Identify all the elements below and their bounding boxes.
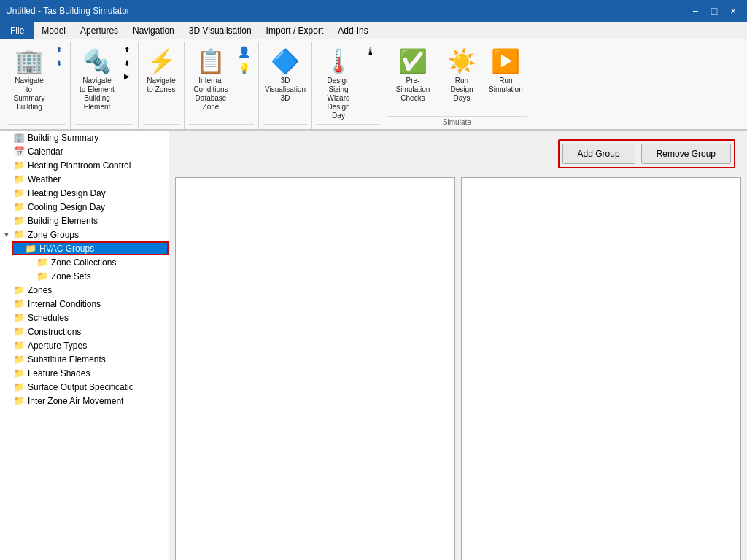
menu-import-export[interactable]: Import / Export bbox=[259, 22, 331, 39]
folder-icon-sch: 📁 bbox=[13, 312, 25, 323]
maximize-button[interactable]: □ bbox=[706, 4, 722, 18]
sidebar-item-schedules[interactable]: 📁 Schedules bbox=[0, 311, 169, 324]
navigate-summary-button[interactable]: 🏢 Navigate toSummaryBuilding bbox=[7, 44, 51, 114]
sidebar-item-building-elements[interactable]: 📁 Building Elements bbox=[0, 214, 169, 228]
navigate-element-icon: 🔩 bbox=[82, 47, 112, 75]
sidebar-label-building-elements: Building Elements bbox=[28, 216, 98, 226]
content-top: Add Group Remove Group bbox=[175, 136, 741, 171]
expand-btn-zs bbox=[26, 272, 35, 280]
sidebar-item-inter-zone-air[interactable]: 📁 Inter Zone Air Movement bbox=[0, 394, 169, 408]
sidebar-item-building-summary[interactable]: 🏢 Building Summary bbox=[0, 131, 169, 144]
internal-cond-button[interactable]: 📋 Internal ConditionsDatabaseZone bbox=[189, 44, 233, 114]
ribbon: 🏢 Navigate toSummaryBuilding ⬆ ⬇ 🔩 Navig… bbox=[0, 39, 747, 131]
sidebar-item-constructions[interactable]: 📁 Constructions bbox=[0, 324, 169, 338]
menu-navigation[interactable]: Navigation bbox=[125, 22, 182, 39]
sidebar-label-zone-collections: Zone Collections bbox=[51, 257, 116, 268]
run-days-icon: ☀️ bbox=[447, 47, 476, 75]
menu-3d-visualisation[interactable]: 3D Visualisation bbox=[182, 22, 259, 39]
sidebar-item-calendar[interactable]: 📅 Calendar bbox=[0, 144, 169, 158]
sidebar-item-heating-plantroom[interactable]: 📁 Heating Plantroom Control bbox=[0, 158, 169, 172]
up2-icon: ⬆ bbox=[124, 46, 130, 54]
sidebar-item-heating-design-day[interactable]: 📁 Heating Design Day bbox=[0, 186, 169, 200]
ribbon-group-navigate-element: 🔩 Navigateto ElementBuilding Element ⬆ ⬇… bbox=[71, 42, 139, 129]
navigate-element-button[interactable]: 🔩 Navigateto ElementBuilding Element bbox=[75, 44, 119, 114]
sidebar-label-weather: Weather bbox=[28, 174, 61, 184]
expand-btn-con bbox=[3, 327, 12, 335]
ribbon-group-navigate-summary-label bbox=[7, 124, 66, 128]
expand-btn-sch bbox=[3, 314, 12, 322]
menu-apertures[interactable]: Apertures bbox=[73, 22, 125, 39]
expand-btn-hvac bbox=[15, 244, 23, 252]
menu-model[interactable]: Model bbox=[34, 22, 73, 39]
sidebar-label-schedules: Schedules bbox=[28, 313, 69, 323]
folder-icon-fs: 📁 bbox=[13, 368, 25, 378]
sidebar-item-surface-output[interactable]: 📁 Surface Output Specificatic bbox=[0, 380, 169, 394]
folder-icon-cdd: 📁 bbox=[13, 201, 25, 212]
nav-elem-up[interactable]: ⬆ bbox=[120, 44, 133, 56]
expand-btn-at bbox=[3, 341, 12, 349]
ribbon-group-navigate-zones-label bbox=[143, 124, 179, 128]
run-design-days-button[interactable]: ☀️ Run DesignDays bbox=[440, 44, 484, 105]
int-cond-extra2[interactable]: 💡 bbox=[234, 61, 254, 77]
navigate-zones-icon: ⚡ bbox=[147, 47, 176, 75]
nav-elem-down[interactable]: ⬇ bbox=[120, 57, 133, 69]
ribbon-group-design-sizing: 🌡️ DesignSizing WizardDesign Day 🌡 bbox=[312, 42, 384, 129]
down-icon: ⬇ bbox=[56, 59, 62, 67]
sidebar-label-zone-groups: Zone Groups bbox=[28, 230, 79, 240]
sidebar-item-weather[interactable]: 📁 Weather bbox=[0, 172, 169, 186]
sidebar-label-heating-design-day: Heating Design Day bbox=[28, 188, 106, 198]
presim-checks-button[interactable]: ✅ Pre-SimulationChecks bbox=[387, 44, 438, 105]
expand-btn-se bbox=[3, 355, 12, 363]
navigate-summary-down[interactable]: ⬇ bbox=[53, 57, 66, 69]
sidebar-label-zones: Zones bbox=[28, 285, 52, 295]
right-icon: ▶ bbox=[124, 72, 130, 80]
left-panel bbox=[175, 177, 455, 560]
sidebar-label-surface-output: Surface Output Specificatic bbox=[28, 382, 133, 392]
sidebar-label-constructions: Constructions bbox=[28, 327, 81, 337]
sidebar-item-zones[interactable]: 📁 Zones bbox=[0, 283, 169, 297]
menu-add-ins[interactable]: Add-Ins bbox=[330, 22, 375, 39]
ribbon-group-navigate-zones: ⚡ Navigateto Zones bbox=[139, 42, 185, 129]
minimize-button[interactable]: − bbox=[687, 4, 703, 18]
menu-file[interactable]: File bbox=[0, 22, 34, 39]
ribbon-group-navigate-element-label bbox=[75, 124, 133, 128]
building-summary-icon: 🏢 bbox=[13, 132, 25, 143]
sidebar-item-cooling-design-day[interactable]: 📁 Cooling Design Day bbox=[0, 200, 169, 214]
ribbon-group-internal-cond: 📋 Internal ConditionsDatabaseZone 👤 💡 bbox=[185, 42, 259, 129]
close-button[interactable]: × bbox=[725, 4, 741, 18]
sidebar-item-zone-sets[interactable]: 📁 Zone Sets bbox=[23, 269, 169, 283]
sidebar-label-substitute-elements: Substitute Elements bbox=[28, 354, 106, 365]
design-sizing-icon: 🌡️ bbox=[324, 47, 353, 75]
int-cond-extra[interactable]: 👤 bbox=[234, 44, 254, 60]
ribbon-group-internal-cond-label bbox=[189, 124, 254, 128]
expand-btn-zc bbox=[26, 258, 35, 266]
run-simulation-button[interactable]: ▶️ RunSimulation bbox=[485, 44, 527, 96]
folder-icon-se: 📁 bbox=[13, 354, 25, 365]
sidebar-item-substitute-elements[interactable]: 📁 Substitute Elements bbox=[0, 352, 169, 366]
add-group-button[interactable]: Add Group bbox=[562, 144, 635, 164]
navigate-zones-button[interactable]: ⚡ Navigateto Zones bbox=[143, 44, 179, 96]
sidebar: 🏢 Building Summary 📅 Calendar 📁 Heating … bbox=[0, 131, 169, 560]
remove-group-button[interactable]: Remove Group bbox=[641, 144, 731, 164]
sidebar-label-heating-plantroom: Heating Plantroom Control bbox=[28, 160, 131, 171]
folder-icon-w: 📁 bbox=[13, 174, 25, 184]
sidebar-item-internal-conditions[interactable]: 📁 Internal Conditions bbox=[0, 297, 169, 311]
3d-vis-button[interactable]: 🔷 3DVisualisation3D bbox=[263, 44, 307, 105]
down2-icon: ⬇ bbox=[124, 59, 130, 67]
design-extra[interactable]: 🌡 bbox=[362, 44, 379, 60]
sidebar-item-feature-shades[interactable]: 📁 Feature Shades bbox=[0, 366, 169, 380]
sidebar-item-zone-groups[interactable]: ▼ 📁 Zone Groups bbox=[0, 228, 169, 241]
folder-icon-zc: 📁 bbox=[36, 257, 48, 268]
sidebar-label-internal-conditions: Internal Conditions bbox=[28, 299, 101, 309]
expand-btn-iza bbox=[3, 397, 12, 405]
ribbon-group-navigate-summary: 🏢 Navigate toSummaryBuilding ⬆ ⬇ bbox=[3, 42, 71, 129]
sidebar-item-zone-collections[interactable]: 📁 Zone Collections bbox=[23, 255, 169, 269]
design-sizing-button[interactable]: 🌡️ DesignSizing WizardDesign Day bbox=[317, 44, 360, 122]
navigate-summary-up[interactable]: ⬆ bbox=[53, 44, 66, 56]
sidebar-label-inter-zone-air: Inter Zone Air Movement bbox=[28, 396, 123, 406]
sidebar-item-hvac-groups[interactable]: 📁 HVAC Groups bbox=[12, 241, 169, 255]
internal-cond-icon: 📋 bbox=[196, 47, 225, 75]
nav-elem-right[interactable]: ▶ bbox=[120, 70, 133, 82]
sidebar-label-aperture-types: Aperture Types bbox=[28, 341, 87, 351]
sidebar-item-aperture-types[interactable]: 📁 Aperture Types bbox=[0, 338, 169, 352]
